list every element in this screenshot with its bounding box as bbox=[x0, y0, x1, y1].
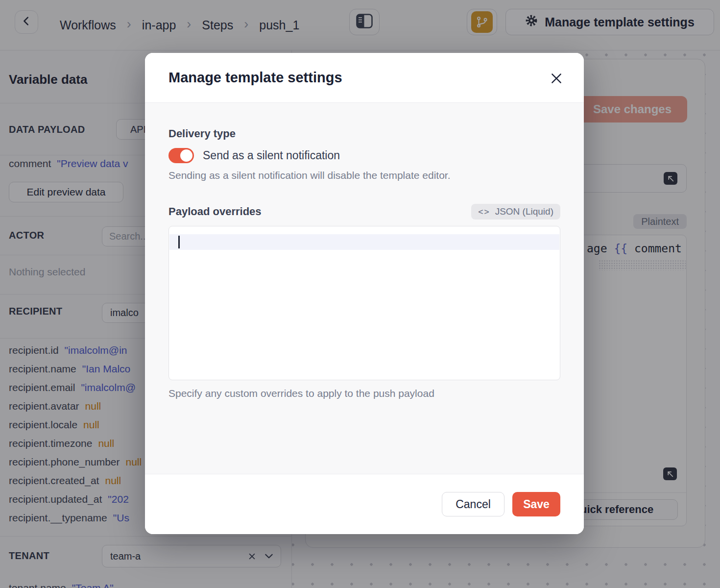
delivery-type-label: Delivery type bbox=[168, 127, 560, 140]
payload-helper-text: Specify any custom overrides to apply to… bbox=[168, 388, 560, 399]
payload-overrides-label: Payload overrides bbox=[168, 205, 262, 218]
close-icon[interactable] bbox=[549, 71, 564, 86]
code-icon: <> bbox=[478, 207, 490, 217]
manage-template-settings-modal: Manage template settings Delivery type S… bbox=[145, 53, 584, 534]
delivery-helper-text: Sending as a silent notification will di… bbox=[168, 170, 560, 181]
modal-footer: Cancel Save bbox=[145, 474, 584, 534]
json-liquid-chip[interactable]: <> JSON (Liquid) bbox=[471, 204, 560, 220]
cancel-button[interactable]: Cancel bbox=[442, 492, 504, 516]
modal-header: Manage template settings bbox=[145, 53, 584, 103]
modal-title: Manage template settings bbox=[168, 70, 342, 86]
app-window: Workflows › in-app › Steps › push_1 bbox=[0, 0, 720, 588]
json-liquid-label: JSON (Liquid) bbox=[495, 206, 553, 217]
silent-notification-toggle[interactable] bbox=[168, 148, 194, 163]
payload-overrides-row: Payload overrides <> JSON (Liquid) bbox=[168, 204, 560, 220]
modal-body: Delivery type Send as a silent notificat… bbox=[145, 103, 584, 399]
silent-notification-label: Send as a silent notification bbox=[203, 149, 340, 162]
text-cursor bbox=[178, 236, 180, 248]
save-button[interactable]: Save bbox=[512, 492, 560, 516]
editor-active-line bbox=[169, 234, 559, 250]
toggle-knob bbox=[180, 149, 192, 162]
silent-notification-row: Send as a silent notification bbox=[168, 148, 560, 163]
payload-overrides-editor[interactable] bbox=[168, 226, 560, 380]
